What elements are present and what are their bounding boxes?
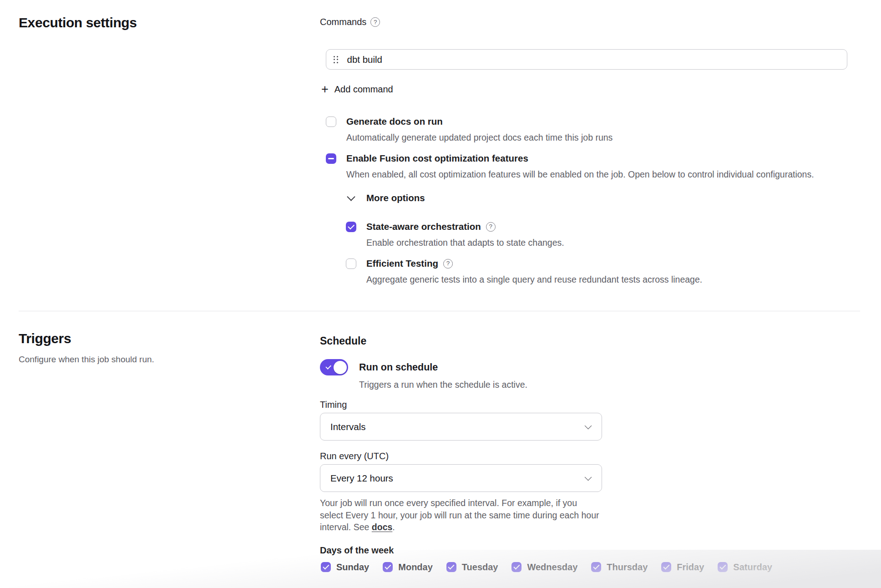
run-every-select[interactable]: Every 12 hours	[320, 464, 602, 492]
option-label: Enable Fusion cost optimization features	[346, 153, 528, 164]
timing-label: Timing	[320, 400, 860, 411]
option-label: Generate docs on run	[346, 116, 443, 127]
commands-label: Commands	[320, 17, 366, 27]
commands-help-icon[interactable]: ?	[370, 17, 380, 27]
option-fusion-cost-optimization[interactable]: Enable Fusion cost optimization features…	[326, 152, 860, 180]
run-on-schedule-toggle[interactable]	[320, 359, 348, 375]
chevron-down-icon	[347, 193, 355, 201]
chevron-down-icon	[585, 473, 592, 481]
day-item-tuesday[interactable]: Tuesday	[446, 562, 498, 573]
checkbox-wednesday[interactable]	[511, 562, 522, 572]
days-of-week-row: Sunday Monday Tuesday Wednesday Thursday…	[321, 562, 860, 573]
checkbox-thursday[interactable]	[591, 562, 601, 572]
checkbox-efficient-testing[interactable]	[346, 259, 356, 269]
checkbox-generate-docs[interactable]	[326, 117, 336, 127]
triggers-column: Schedule Run on schedule Triggers a run …	[320, 332, 860, 573]
timing-select[interactable]: Intervals	[320, 413, 602, 441]
day-item-thursday[interactable]: Thursday	[591, 562, 648, 573]
checkbox-state-aware-orchestration[interactable]	[346, 222, 356, 232]
triggers-title: Triggers	[19, 331, 71, 346]
section-divider	[19, 311, 860, 311]
checkbox-saturday[interactable]	[718, 562, 728, 572]
checkbox-tuesday[interactable]	[446, 562, 456, 572]
execution-settings-title: Execution settings	[19, 15, 137, 30]
timing-selected-value: Intervals	[330, 421, 365, 432]
more-options-toggle[interactable]: More options	[348, 192, 860, 204]
checkbox-friday[interactable]	[661, 562, 671, 572]
efficient-testing-help-icon[interactable]: ?	[443, 259, 453, 269]
commands-label-row: Commands ?	[320, 16, 860, 28]
add-command-label: Add command	[334, 84, 393, 95]
run-on-schedule-label: Run on schedule	[359, 362, 438, 373]
command-value: dbt build	[347, 54, 383, 65]
days-of-week-label: Days of the week	[320, 545, 860, 556]
chevron-down-icon	[585, 422, 592, 429]
run-every-label: Run every (UTC)	[320, 451, 860, 462]
option-efficient-testing[interactable]: Efficient Testing ? Aggregate generic te…	[346, 258, 860, 285]
state-aware-help-icon[interactable]: ?	[486, 222, 496, 232]
day-item-monday[interactable]: Monday	[383, 562, 433, 573]
job-settings-page: Execution settings Commands ? dbt build …	[0, 0, 881, 588]
option-generate-docs[interactable]: Generate docs on run Automatically gener…	[326, 116, 860, 143]
day-item-sunday[interactable]: Sunday	[321, 562, 369, 573]
more-options-label: More options	[366, 193, 425, 203]
day-item-wednesday[interactable]: Wednesday	[511, 562, 577, 573]
docs-link[interactable]: docs	[372, 522, 393, 532]
plus-icon: +	[321, 84, 329, 94]
triggers-subtitle: Configure when this job should run.	[19, 355, 154, 365]
option-label: Efficient Testing	[366, 258, 438, 269]
interval-help-text: Your job will run once every specified i…	[320, 497, 599, 533]
option-description: When enabled, all cost optimization feat…	[346, 169, 814, 180]
run-on-schedule-row: Run on schedule	[320, 359, 860, 375]
day-item-saturday[interactable]: Saturday	[718, 562, 772, 573]
option-state-aware-orchestration[interactable]: State-aware orchestration ? Enable orche…	[346, 221, 860, 248]
option-description: Enable orchestration that adapts to stat…	[366, 237, 564, 248]
day-item-friday[interactable]: Friday	[661, 562, 704, 573]
checkbox-sunday[interactable]	[321, 562, 331, 572]
checkbox-monday[interactable]	[383, 562, 393, 572]
checkbox-fusion-cost-optimization[interactable]	[326, 153, 336, 164]
command-input[interactable]: dbt build	[326, 49, 847, 70]
drag-handle-icon[interactable]	[334, 56, 338, 63]
run-every-selected-value: Every 12 hours	[330, 473, 393, 484]
schedule-heading: Schedule	[320, 335, 860, 348]
option-label: State-aware orchestration	[366, 221, 481, 232]
execution-settings-column: Commands ? dbt build + Add command Gener…	[320, 14, 860, 285]
run-on-schedule-description: Triggers a run when the schedule is acti…	[359, 380, 860, 390]
option-description: Automatically generate updated project d…	[346, 132, 613, 143]
add-command-button[interactable]: + Add command	[321, 83, 393, 95]
option-description: Aggregate generic tests into a single qu…	[366, 274, 702, 285]
